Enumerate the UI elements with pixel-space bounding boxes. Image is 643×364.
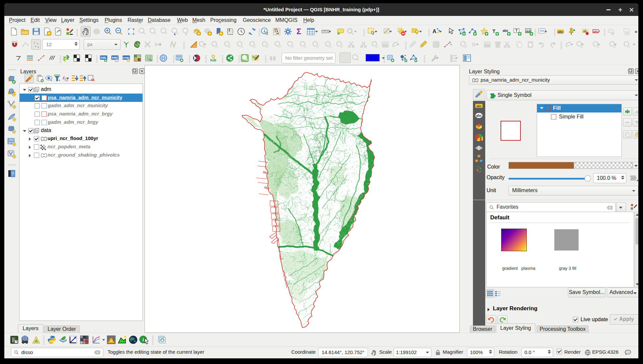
svg-text:KML: KML: [101, 56, 107, 59]
svg-text:abc: abc: [593, 30, 598, 33]
svg-text:HTML: HTML: [123, 56, 130, 59]
svg-text:ab: ab: [583, 30, 587, 33]
svg-text:ε: ε: [63, 75, 65, 80]
svg-text:?: ?: [11, 171, 14, 176]
svg-text:»: »: [635, 29, 637, 34]
svg-text:Σ: Σ: [297, 27, 301, 36]
svg-text:A: A: [432, 29, 436, 34]
svg-text:hub: hub: [210, 58, 216, 62]
svg-text:KMZ: KMZ: [112, 56, 118, 59]
svg-text:abc: abc: [558, 30, 563, 34]
svg-text:T: T: [515, 29, 518, 33]
svg-text:abc: abc: [476, 105, 482, 108]
svg-text:abc: abc: [503, 29, 508, 33]
svg-text:i: i: [264, 29, 265, 34]
svg-text:abc: abc: [476, 114, 482, 117]
svg-text:Q: Q: [212, 54, 215, 59]
svg-text:T: T: [492, 28, 495, 34]
